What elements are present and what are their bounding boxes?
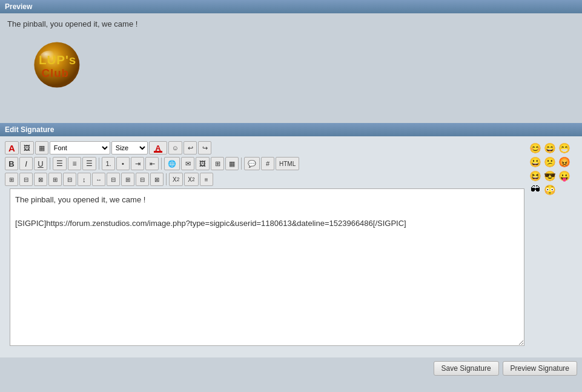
svg-text:LUP's: LUP's	[39, 53, 76, 67]
separator-3	[161, 158, 162, 170]
logo-svg: LUP's Club	[10, 38, 101, 92]
cell-split-btn[interactable]: ⊟	[136, 173, 149, 186]
html-btn[interactable]: HTML	[276, 157, 299, 170]
align-left-btn[interactable]: ☰	[53, 157, 67, 170]
size-select[interactable]: Size 123 4567	[111, 141, 148, 154]
emoji-big-grin[interactable]: 😁	[558, 141, 571, 154]
table-del-btn[interactable]: ⊟	[19, 173, 33, 186]
editor-area-wrapper: The pinball, you opened it, we came ! [S…	[5, 188, 577, 353]
insert-media-btn[interactable]: ▦	[35, 141, 48, 154]
separator-1	[50, 158, 50, 170]
row-ins-btn[interactable]: ⊞	[48, 173, 62, 186]
underline-btn[interactable]: U	[34, 157, 47, 170]
emoji-blush[interactable]: 😳	[543, 183, 557, 196]
insert-table-btn[interactable]: ⊞	[211, 157, 224, 170]
edit-header: Edit Signature	[0, 123, 582, 136]
emoji-insert-btn[interactable]: ☺	[168, 141, 182, 154]
font-select[interactable]: Font Arial Times New Roman Courier New G…	[50, 141, 110, 154]
superscript-btn[interactable]: X2	[184, 173, 198, 186]
emoji-smile[interactable]: 😊	[529, 141, 542, 154]
emoji-row-2: 😀 😕 😡	[529, 155, 571, 168]
edit-panel: Edit Signature A 🖼 ▦ Font Arial Times Ne…	[0, 123, 582, 357]
unordered-list-btn[interactable]: •	[116, 157, 130, 170]
emoji-laugh[interactable]: 😀	[529, 155, 542, 168]
cell-merge-btn[interactable]: ⊞	[121, 173, 134, 186]
code-btn[interactable]: #	[261, 157, 274, 170]
save-signature-button[interactable]: Save Signature	[434, 361, 499, 376]
insert-img-btn2[interactable]: 🖼	[196, 157, 210, 170]
italic-btn[interactable]: I	[19, 157, 33, 170]
separator-4	[241, 158, 242, 170]
emoji-sunglasses[interactable]: 🕶	[529, 183, 542, 196]
separator-2	[99, 158, 99, 170]
table-ins-btn[interactable]: ⊞	[5, 173, 18, 186]
cell-prop-btn[interactable]: ⊠	[150, 173, 164, 186]
emoji-angry[interactable]: 😡	[558, 155, 571, 168]
emoji-tongue[interactable]: 😛	[558, 169, 571, 182]
bold-btn[interactable]: B	[5, 157, 18, 170]
align-center-btn[interactable]: ≡	[68, 157, 81, 170]
font-color-btn[interactable]: A	[149, 141, 167, 154]
align-right-btn[interactable]: ☰	[82, 157, 96, 170]
quote-btn[interactable]: 💬	[244, 157, 260, 170]
emoji-cool[interactable]: 😎	[543, 169, 557, 182]
preview-text: The pinball, you opened it, we came !	[7, 19, 575, 28]
insert-email-btn[interactable]: ✉	[181, 157, 194, 170]
redo-btn[interactable]: ↪	[198, 141, 211, 154]
insert-table2-btn[interactable]: ▦	[225, 157, 239, 170]
outdent-btn[interactable]: ⇤	[145, 157, 159, 170]
emoji-grin[interactable]: 😄	[543, 141, 557, 154]
emoji-row-4: 🕶 😳	[529, 183, 571, 196]
undo-btn[interactable]: ↩	[184, 141, 197, 154]
signature-editor[interactable]: The pinball, you opened it, we came ! [S…	[10, 188, 524, 346]
indent-btn[interactable]: ⇥	[131, 157, 144, 170]
svg-text:Club: Club	[42, 67, 69, 79]
editor-wrapper: A 🖼 ▦ Font Arial Times New Roman Courier…	[0, 136, 582, 357]
toolbar-row-1: A 🖼 ▦ Font Arial Times New Roman Courier…	[5, 141, 577, 154]
preview-panel: Preview The pinball, you opened it, we c…	[0, 0, 582, 119]
main-wrapper: A 🖼 ▦ Font Arial Times New Roman Courier…	[5, 141, 577, 353]
table-prop-btn[interactable]: ⊠	[34, 173, 47, 186]
row-del-btn[interactable]: ⊟	[63, 173, 76, 186]
insert-image-btn[interactable]: 🖼	[20, 141, 34, 154]
col-ins-btn[interactable]: ↔	[92, 173, 105, 186]
preview-content: The pinball, you opened it, we came !	[0, 13, 582, 119]
emoji-question[interactable]: 😕	[543, 155, 557, 168]
logo-container: LUP's Club	[7, 35, 104, 95]
emoji-panel: 😊 😄 😁 😀 😕 😡 😆 😎 😛 🕶 😳	[529, 141, 571, 196]
emoji-row-3: 😆 😎 😛	[529, 169, 571, 182]
separator-5	[166, 173, 167, 185]
bottom-bar: Save Signature Preview Signature	[0, 357, 582, 379]
emoji-row-1: 😊 😄 😁	[529, 141, 571, 154]
preview-signature-button[interactable]: Preview Signature	[503, 361, 577, 376]
toolbar-row-3: ⊞ ⊟ ⊠ ⊞ ⊟ ↨ ↔ ⊟ ⊞ ⊟ ⊠ X2 X2 ≡	[5, 173, 577, 186]
font-style-btn[interactable]: A	[5, 141, 19, 154]
col-del-btn[interactable]: ⊟	[107, 173, 120, 186]
subscript-btn[interactable]: X2	[169, 173, 183, 186]
toolbar-row-2: B I U ☰ ≡ ☰ 1. • ⇥ ⇤ 🌐 ✉ 🖼 ⊞ ▦ 💬	[5, 157, 577, 170]
ordered-list-btn[interactable]: 1.	[102, 157, 115, 170]
preview-header: Preview	[0, 0, 582, 13]
insert-link-btn[interactable]: 🌐	[164, 157, 180, 170]
clear-format-btn[interactable]: ≡	[200, 173, 213, 186]
row-ins2-btn[interactable]: ↨	[78, 173, 91, 186]
emoji-lol[interactable]: 😆	[529, 169, 542, 182]
